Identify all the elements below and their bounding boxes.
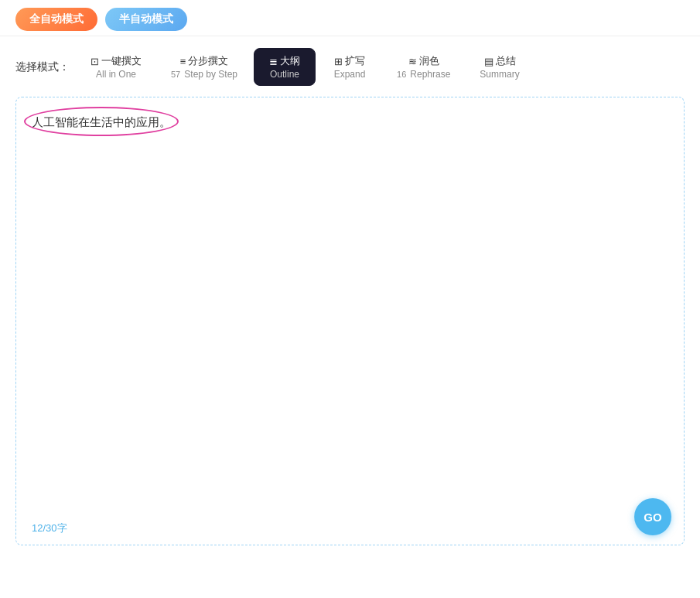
tab-summary[interactable]: ▤总结Summary [466, 48, 532, 86]
summary-main-label: 总结 [496, 54, 516, 68]
tab-all-in-one[interactable]: ⊡一键撰文All in One [77, 48, 155, 86]
rephrase-badge: 16 [397, 70, 408, 79]
tab-outline[interactable]: ≣大纲Outline [254, 48, 316, 86]
rephrase-main-label: 润色 [419, 54, 439, 68]
all-in-one-icon: ⊡ [90, 56, 99, 67]
summary-sub-label: Summary [480, 69, 519, 80]
tab-expand[interactable]: ⊞扩写Expand [319, 48, 381, 86]
text-editor-area[interactable]: 人工智能在生活中的应用。 12/30字 GO [15, 97, 685, 545]
auto-mode-button[interactable]: 全自动模式 [15, 8, 97, 31]
tab-group: ⊡一键撰文All in One≡分步撰文57 Step by Step≣大纲Ou… [77, 48, 533, 86]
editor-text-content: 人工智能在生活中的应用。 [32, 115, 171, 128]
go-button[interactable]: GO [634, 498, 671, 535]
all-in-one-main-label: 一键撰文 [101, 54, 142, 68]
step-by-step-icon: ≡ [180, 56, 186, 67]
rephrase-sub-label: 16 Rephrase [397, 69, 450, 80]
rephrase-icon: ≋ [408, 56, 417, 67]
expand-icon: ⊞ [334, 56, 343, 67]
select-mode-label: 选择模式： [15, 60, 70, 74]
outline-sub-label: Outline [270, 69, 299, 80]
step-by-step-sub-label: 57 Step by Step [171, 69, 237, 80]
select-mode-row: 选择模式： ⊡一键撰文All in One≡分步撰文57 Step by Ste… [15, 48, 685, 86]
word-count: 12/30字 [32, 521, 67, 535]
expand-sub-label: Expand [334, 69, 366, 80]
step-by-step-main-label: 分步撰文 [188, 54, 228, 68]
main-area: 选择模式： ⊡一键撰文All in One≡分步撰文57 Step by Ste… [0, 36, 700, 553]
expand-main-label: 扩写 [345, 54, 365, 68]
summary-icon: ▤ [484, 56, 493, 67]
top-bar: 全自动模式 半自动模式 [0, 0, 700, 36]
step-by-step-badge: 57 [171, 70, 183, 79]
outline-icon: ≣ [269, 56, 278, 67]
all-in-one-sub-label: All in One [96, 69, 136, 80]
tab-rephrase[interactable]: ≋润色16 Rephrase [384, 48, 463, 86]
outline-main-label: 大纲 [280, 54, 300, 68]
tab-step-by-step[interactable]: ≡分步撰文57 Step by Step [158, 48, 251, 86]
highlighted-text: 人工智能在生活中的应用。 [32, 113, 171, 132]
semi-mode-button[interactable]: 半自动模式 [105, 8, 187, 31]
